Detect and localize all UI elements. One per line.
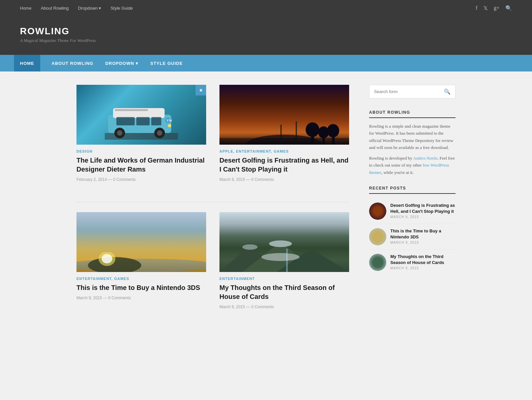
recent-post-date-2: MARCH 9, 2015 [390, 241, 456, 244]
recent-posts-list: Desert Golfing is Frustrating as Hell, a… [369, 199, 456, 275]
post-image-1[interactable]: VW ★ [76, 85, 206, 145]
svg-rect-15 [219, 138, 349, 145]
twitter-icon[interactable]: 𝕏 [483, 5, 488, 11]
post-card-3: ENTERTAINMENT, GAMES This is the Time to… [76, 212, 213, 319]
svg-rect-5 [136, 117, 150, 125]
recent-post-item-3: My Thoughts on the Third Season of House… [369, 250, 456, 275]
site-tagline: A Magical Magazine Theme For WordPress [20, 38, 512, 43]
post-title-1[interactable]: The Life and Works of German Industrial … [76, 156, 206, 174]
svg-rect-3 [115, 109, 148, 111]
post-category-4: ENTERTAINMENT [219, 277, 349, 281]
svg-point-21 [327, 124, 339, 137]
post-category-3: ENTERTAINMENT, GAMES [76, 277, 206, 281]
recent-post-item-1: Desert Golfing is Frustrating as Hell, a… [369, 199, 456, 224]
recent-post-info-2: This is the Time to Buy a Nintendo 3DS M… [390, 228, 456, 244]
svg-point-32 [242, 244, 258, 250]
top-nav-links: Home About Rowling Dropdown ▾ Style Guid… [20, 6, 133, 11]
sidebar: 🔍 ABOUT ROWLING Rowling is a simple and … [369, 85, 456, 326]
recent-post-date-3: MARCH 9, 2015 [390, 266, 456, 270]
search-icon[interactable]: 🔍 [505, 5, 512, 11]
recent-post-item-2: This is the Time to Buy a Nintendo 3DS M… [369, 224, 456, 250]
svg-point-11 [157, 130, 162, 136]
svg-rect-4 [116, 117, 135, 125]
nav-dropdown[interactable]: DROPDOWN ▾ [105, 55, 139, 71]
site-title: ROWLING [20, 26, 512, 37]
posts-grid-bottom: ENTERTAINMENT, GAMES This is the Time to… [76, 212, 349, 326]
top-nav-style-guide[interactable]: Style Guide [110, 6, 133, 11]
top-nav: Home About Rowling Dropdown ▾ Style Guid… [0, 0, 532, 16]
svg-point-34 [261, 253, 300, 261]
nav-style-guide[interactable]: STYLE GUIDE [150, 55, 184, 71]
search-button[interactable]: 🔍 [439, 85, 455, 98]
star-badge: ★ [196, 85, 206, 95]
recent-thumb-1 [369, 202, 386, 220]
svg-rect-6 [151, 117, 161, 125]
post-card-2: APPLE, ENTERTAINMENT, GAMES Desert Golfi… [213, 85, 349, 192]
facebook-icon[interactable]: f [476, 5, 477, 11]
svg-point-7 [168, 124, 171, 127]
svg-point-27 [102, 254, 112, 263]
sidebar-recent-posts: RECENT POSTS Desert Golfing is Frustrati… [369, 186, 456, 275]
posts-grid-top: VW ★ DESIGN The Life and Works of German… [76, 85, 349, 199]
post-category-1: DESIGN [76, 149, 206, 153]
sidebar-about-text: Rowling is a simple and clean magazine t… [369, 123, 456, 176]
svg-rect-22 [281, 125, 282, 145]
recent-post-info-3: My Thoughts on the Third Season of House… [390, 254, 456, 270]
sidebar-about-title: ABOUT ROWLING [369, 110, 456, 118]
search-box: 🔍 [369, 85, 456, 98]
nav-about[interactable]: ABOUT ROWLING [51, 55, 94, 71]
recent-post-title-2[interactable]: This is the Time to Buy a Nintendo 3DS [390, 228, 456, 240]
svg-point-9 [117, 130, 122, 136]
recent-post-date-1: MARCH 9, 2015 [390, 215, 456, 219]
post-meta-4: March 9, 2015 — 0 Comments [219, 305, 349, 309]
recent-thumb-2 [369, 228, 386, 245]
recent-posts-title: RECENT POSTS [369, 186, 456, 194]
post-meta-3: March 9, 2015 — 0 Comments [76, 296, 206, 300]
post-meta-2: March 9, 2015 — 0 Comments [219, 177, 349, 182]
site-header: ROWLING A Magical Magazine Theme For Wor… [0, 16, 532, 55]
svg-point-31 [269, 240, 292, 247]
post-category-2: APPLE, ENTERTAINMENT, GAMES [219, 149, 349, 153]
post-title-4[interactable]: My Thoughts on the Third Season of House… [219, 283, 349, 301]
post-card-4: ENTERTAINMENT My Thoughts on the Third S… [213, 212, 349, 319]
page-wrapper: VW ★ DESIGN The Life and Works of German… [57, 71, 475, 339]
svg-rect-23 [296, 121, 297, 145]
post-card-1: VW ★ DESIGN The Life and Works of German… [76, 85, 213, 192]
top-nav-dropdown[interactable]: Dropdown ▾ [78, 6, 101, 11]
google-plus-icon[interactable]: g+ [494, 5, 499, 11]
post-title-3[interactable]: This is the Time to Buy a Nintendo 3DS [76, 283, 206, 292]
recent-post-title-3[interactable]: My Thoughts on the Third Season of House… [390, 254, 456, 265]
search-input[interactable] [369, 86, 439, 97]
recent-post-title-1[interactable]: Desert Golfing is Frustrating as Hell, a… [390, 202, 456, 214]
post-image-3[interactable] [76, 212, 206, 272]
top-nav-about[interactable]: About Rowling [41, 6, 69, 11]
post-image-4[interactable] [219, 212, 349, 272]
top-nav-social: f 𝕏 g+ 🔍 [476, 5, 512, 11]
post-title-2[interactable]: Desert Golfing is Frustrating as Hell, a… [219, 156, 349, 174]
post-image-2[interactable] [219, 85, 349, 145]
sidebar-about: ABOUT ROWLING Rowling is a simple and cl… [369, 110, 456, 176]
anders-noren-link[interactable]: Anders Norén [413, 156, 437, 161]
post-meta-1: February 2, 2014 — 0 Comments [76, 177, 206, 182]
recent-thumb-3 [369, 254, 386, 271]
nav-home[interactable]: HOME [14, 55, 40, 71]
svg-text:VW: VW [167, 119, 172, 122]
main-content: VW ★ DESIGN The Life and Works of German… [76, 85, 349, 326]
post-divider [76, 202, 349, 202]
recent-post-info-1: Desert Golfing is Frustrating as Hell, a… [390, 202, 456, 219]
main-nav: HOME ABOUT ROWLING DROPDOWN ▾ STYLE GUID… [0, 55, 532, 71]
svg-point-17 [306, 122, 319, 137]
top-nav-home[interactable]: Home [20, 6, 32, 11]
